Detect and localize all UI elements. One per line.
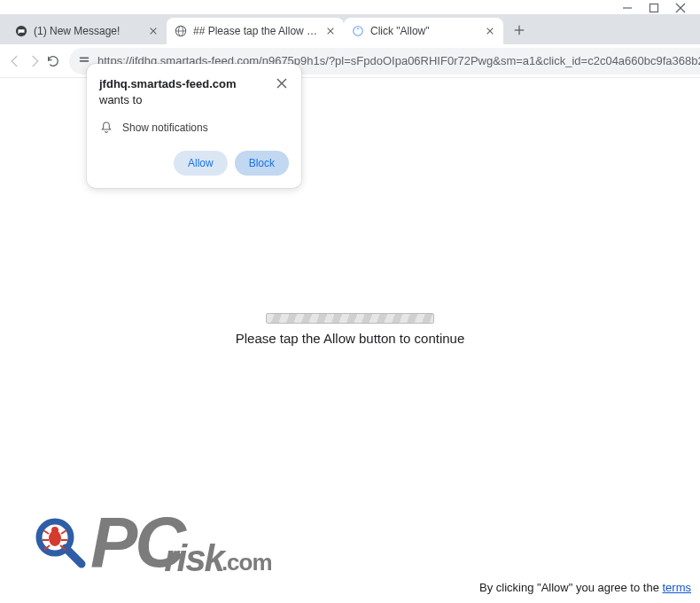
- footer-consent-text: By clicking "Allow" you agree to the ter…: [479, 581, 691, 594]
- bell-icon: [99, 121, 113, 135]
- tab-3-close-icon[interactable]: [484, 25, 496, 37]
- popup-header: jfdhq.smartads-feed.com wants to: [99, 76, 289, 108]
- svg-rect-1: [650, 4, 658, 12]
- svg-line-28: [43, 530, 49, 534]
- forward-button[interactable]: [27, 49, 43, 74]
- maximize-icon[interactable]: [649, 3, 659, 13]
- block-button[interactable]: Block: [235, 151, 289, 176]
- tab-2[interactable]: ## Please tap the Allow button: [167, 18, 344, 44]
- svg-rect-17: [80, 57, 89, 59]
- fake-progress-bar: [266, 313, 434, 324]
- close-icon[interactable]: [675, 3, 686, 13]
- favicon-allow-icon: [351, 24, 365, 38]
- popup-wants-to: wants to: [99, 93, 142, 106]
- tab-2-close-icon[interactable]: [324, 25, 337, 37]
- popup-title: jfdhq.smartads-feed.com wants to: [99, 76, 268, 108]
- back-button[interactable]: [7, 49, 23, 74]
- svg-line-25: [66, 548, 82, 564]
- minimize-icon[interactable]: [622, 3, 633, 13]
- window-titlebar: [0, 0, 700, 14]
- window-controls: [622, 1, 700, 13]
- popup-domain: jfdhq.smartads-feed.com: [99, 77, 237, 90]
- center-message-text: Please tap the Allow button to continue: [0, 331, 700, 346]
- svg-point-27: [51, 527, 58, 534]
- tab-1-title: (1) New Message!: [34, 25, 142, 37]
- watermark-risk: risk: [164, 537, 223, 580]
- popup-buttons: Allow Block: [99, 151, 289, 176]
- tab-1[interactable]: (1) New Message!: [7, 18, 167, 44]
- popup-permission-label: Show notifications: [122, 121, 208, 134]
- tab-1-close-icon[interactable]: [147, 25, 159, 37]
- favicon-message-icon: [14, 24, 28, 38]
- reload-button[interactable]: [46, 49, 60, 74]
- tab-strip: (1) New Message! ## Please tap the Allow…: [0, 14, 700, 44]
- popup-close-icon[interactable]: [275, 76, 289, 90]
- center-message-block: Please tap the Allow button to continue: [0, 313, 700, 346]
- popup-permission-row: Show notifications: [99, 121, 289, 135]
- allow-button[interactable]: Allow: [174, 151, 228, 176]
- favicon-globe-icon: [174, 24, 188, 38]
- svg-rect-18: [80, 60, 89, 62]
- notification-permission-popup: jfdhq.smartads-feed.com wants to Show no…: [87, 64, 301, 188]
- magnifier-bug-icon: [34, 516, 87, 569]
- tab-3[interactable]: Click "Allow": [344, 18, 503, 44]
- pcrisk-watermark: PC risk .com: [34, 514, 293, 571]
- svg-line-29: [61, 530, 66, 534]
- terms-link[interactable]: terms: [663, 581, 692, 594]
- tab-3-title: Click "Allow": [370, 25, 478, 37]
- new-tab-button[interactable]: [507, 18, 532, 43]
- watermark-com: .com: [222, 549, 272, 576]
- footer-prefix: By clicking "Allow" you agree to the: [479, 581, 663, 594]
- tab-2-title: ## Please tap the Allow button: [193, 25, 319, 37]
